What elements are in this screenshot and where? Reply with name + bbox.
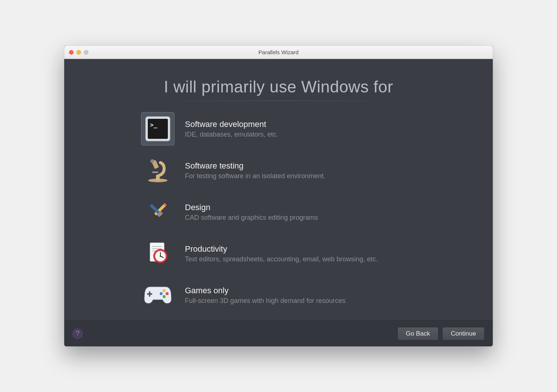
minimize-button[interactable]: [76, 50, 81, 55]
svg-point-26: [163, 295, 166, 298]
options-list: >_ Software development IDE, databases, …: [141, 112, 431, 312]
option-text: Design CAD software and graphics editing…: [185, 203, 431, 222]
svg-rect-23: [147, 293, 152, 295]
option-desc: CAD software and graphics editing progra…: [185, 214, 431, 222]
svg-text:>_: >_: [150, 121, 157, 128]
close-button[interactable]: [69, 50, 74, 55]
footer: ? Go Back Continue: [64, 320, 493, 346]
option-text: Productivity Text editors, spreadsheets,…: [185, 244, 431, 263]
option-title: Software development: [185, 120, 431, 129]
option-text: Software development IDE, databases, emu…: [185, 120, 431, 138]
document-clock-icon: [141, 237, 175, 270]
option-title: Software testing: [185, 161, 431, 171]
titlebar: Parallels Wizard: [64, 46, 493, 59]
option-desc: IDE, databases, emulators, etc.: [185, 131, 431, 138]
option-title: Productivity: [185, 244, 431, 254]
svg-point-27: [160, 292, 163, 295]
divider: [156, 101, 401, 101]
svg-point-25: [166, 292, 169, 295]
option-design[interactable]: Design CAD software and graphics editing…: [141, 195, 431, 229]
maximize-button[interactable]: [84, 50, 88, 55]
gamepad-icon: [141, 278, 175, 312]
wizard-window: Parallels Wizard I will primarily use Wi…: [64, 46, 493, 346]
option-title: Games only: [185, 286, 431, 295]
continue-button[interactable]: Continue: [442, 327, 485, 340]
svg-point-24: [163, 289, 166, 292]
page-heading: I will primarily use Windows for: [164, 78, 393, 96]
option-desc: Full-screen 3D games with high demand fo…: [185, 297, 431, 305]
microscope-icon: [141, 154, 175, 187]
brush-pencil-icon: [141, 195, 175, 229]
option-software-development[interactable]: >_ Software development IDE, databases, …: [141, 112, 431, 146]
svg-rect-7: [152, 172, 158, 173]
option-text: Games only Full-screen 3D games with hig…: [185, 286, 431, 305]
option-text: Software testing For testing software in…: [185, 161, 431, 180]
option-games-only[interactable]: Games only Full-screen 3D games with hig…: [141, 278, 431, 312]
option-title: Design: [185, 203, 431, 212]
window-title: Parallels Wizard: [64, 49, 493, 55]
option-productivity[interactable]: Productivity Text editors, spreadsheets,…: [141, 237, 431, 270]
help-button[interactable]: ?: [72, 329, 83, 339]
terminal-icon: >_: [141, 112, 175, 146]
content-area: I will primarily use Windows for >_ Soft…: [64, 59, 493, 320]
option-desc: Text editors, spreadsheets, accounting, …: [185, 255, 431, 263]
svg-point-6: [150, 159, 154, 163]
option-software-testing[interactable]: Software testing For testing software in…: [141, 154, 431, 187]
go-back-button[interactable]: Go Back: [397, 327, 439, 340]
option-desc: For testing software in an isolated envi…: [185, 172, 431, 180]
svg-point-21: [160, 255, 161, 257]
traffic-lights: [69, 50, 88, 55]
